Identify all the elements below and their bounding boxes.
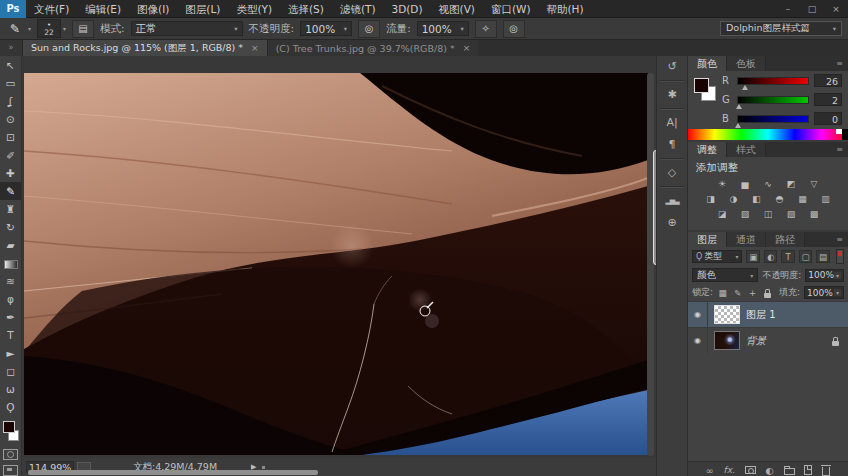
zoom-tool[interactable]: Ϙ xyxy=(0,398,21,416)
toggle-brush-panel-icon[interactable]: ▤ xyxy=(72,20,94,38)
color-spectrum-ramp[interactable] xyxy=(688,129,848,140)
info-panel-icon[interactable]: ⊕ xyxy=(657,212,687,234)
brush-tool[interactable]: ✎ xyxy=(0,182,21,200)
layer-fill-combo[interactable]: 100% ▾ xyxy=(804,286,844,299)
foreground-color-swatch[interactable] xyxy=(694,78,709,93)
close-icon[interactable]: × xyxy=(251,43,259,53)
3d-panel-icon[interactable]: ◇ xyxy=(657,162,687,184)
layer-name[interactable]: 背景 xyxy=(746,334,766,348)
menu-filter[interactable]: 滤镜(T) xyxy=(332,0,384,18)
blue-value[interactable]: 0 xyxy=(814,112,842,125)
menu-edit[interactable]: 编辑(E) xyxy=(77,0,129,18)
type-layer-filter-icon[interactable]: T xyxy=(781,250,794,263)
brush-picker-dropdown-arrow[interactable]: ▾ xyxy=(63,25,66,32)
foreground-color-swatch[interactable] xyxy=(3,421,15,433)
threshold-icon[interactable]: ◫ xyxy=(760,208,777,221)
horizontal-scrollbar-thumb[interactable] xyxy=(28,470,318,475)
vibrance-icon[interactable]: ▽ xyxy=(806,178,823,191)
menu-image[interactable]: 图像(I) xyxy=(129,0,177,18)
new-layer-icon[interactable] xyxy=(804,465,812,475)
workspace-switcher[interactable]: Dolphin图层样式篇 ▾ xyxy=(720,21,842,36)
eraser-tool[interactable]: ▰ xyxy=(0,236,21,254)
exposure-icon[interactable]: ◩ xyxy=(783,178,800,191)
layer-row-background[interactable]: ◉ 背景 xyxy=(688,327,848,353)
black-white-icon[interactable]: ◧ xyxy=(748,193,765,206)
menu-type[interactable]: 类型(Y) xyxy=(228,0,280,18)
healing-brush-tool[interactable]: ✚ xyxy=(0,164,21,182)
eyedropper-tool[interactable]: ✐ xyxy=(0,146,21,164)
menu-select[interactable]: 选择(S) xyxy=(280,0,332,18)
lock-transparency-icon[interactable]: ▦ xyxy=(717,288,728,298)
toolbar-collapse-icon[interactable]: » xyxy=(0,40,23,56)
hue-saturation-icon[interactable]: ◨ xyxy=(702,193,719,206)
pressure-size-icon[interactable]: ◎ xyxy=(503,20,525,38)
tab-adjustments[interactable]: 调整 xyxy=(688,142,727,157)
red-value[interactable]: 26 xyxy=(814,74,842,87)
pressure-opacity-icon[interactable]: ◎ xyxy=(358,20,380,38)
clone-stamp-tool[interactable]: ♜ xyxy=(0,200,21,218)
link-layers-icon[interactable]: ∞ xyxy=(706,465,714,476)
screen-mode-button[interactable] xyxy=(3,465,18,476)
move-tool[interactable]: ↖ xyxy=(0,56,21,74)
new-group-icon[interactable] xyxy=(784,468,795,475)
menu-3d[interactable]: 3D(D) xyxy=(383,0,430,18)
slider-thumb[interactable] xyxy=(742,85,748,90)
visibility-eye-icon[interactable]: ◉ xyxy=(688,302,708,327)
selective-color-icon[interactable]: ▩ xyxy=(806,208,823,221)
visibility-eye-icon[interactable]: ◉ xyxy=(688,328,708,353)
blend-mode-select[interactable]: 正常 ▾ xyxy=(131,21,243,36)
vertical-scrollbar[interactable] xyxy=(647,73,654,456)
flow-select[interactable]: 100% ▾ xyxy=(417,21,469,36)
tab-layers[interactable]: 图层 xyxy=(688,232,727,247)
properties-panel-icon[interactable]: ✱ xyxy=(657,84,687,106)
panel-menu-icon[interactable]: ≡ xyxy=(831,232,848,247)
panel-menu-icon[interactable]: ≡ xyxy=(831,56,848,71)
new-adjustment-layer-icon[interactable]: ◐ xyxy=(765,465,773,476)
document-tab-tree-trunks[interactable]: (C) Tree Trunks.jpg @ 39.7%(RGB/8) * × xyxy=(267,40,479,56)
red-slider[interactable] xyxy=(737,77,809,85)
brightness-contrast-icon[interactable]: ☀ xyxy=(714,178,731,191)
layer-thumbnail[interactable] xyxy=(714,305,740,324)
layer-blend-mode-select[interactable]: 颜色 ▾ xyxy=(692,268,758,282)
histogram-panel-icon[interactable]: ▂▅▃ xyxy=(657,190,687,212)
add-layer-mask-icon[interactable] xyxy=(745,466,756,474)
color-balance-icon[interactable]: ◑ xyxy=(725,193,742,206)
layer-style-fx-icon[interactable]: fx. xyxy=(724,465,735,475)
photo-filter-icon[interactable]: ◓ xyxy=(771,193,788,206)
crop-tool[interactable]: ⊡ xyxy=(0,128,21,146)
levels-icon[interactable]: ▅ xyxy=(737,178,754,191)
brush-tool-preset-icon[interactable]: ✎ xyxy=(4,20,26,38)
history-panel-icon[interactable]: ↺ xyxy=(657,56,687,78)
dodge-tool[interactable]: φ xyxy=(0,290,21,308)
opacity-select[interactable]: 100% ▾ xyxy=(300,21,352,36)
menu-window[interactable]: 窗口(W) xyxy=(483,0,539,18)
spectrum-black-swatch[interactable] xyxy=(842,129,848,140)
channel-mixer-icon[interactable]: ▦ xyxy=(794,193,811,206)
layer-row-layer-1[interactable]: ◉ 图层 1 xyxy=(688,301,848,327)
lock-all-icon[interactable] xyxy=(762,288,773,298)
brush-preset-picker[interactable]: • 22 xyxy=(37,19,61,38)
layer-opacity-combo[interactable]: 100% ▾ xyxy=(805,269,844,282)
close-icon[interactable]: × xyxy=(463,43,471,53)
history-brush-tool[interactable]: ↻ xyxy=(0,218,21,236)
path-selection-tool[interactable]: ► xyxy=(0,344,21,362)
delete-layer-icon[interactable] xyxy=(822,467,830,476)
posterize-icon[interactable]: ▨ xyxy=(737,208,754,221)
tab-color[interactable]: 颜色 xyxy=(688,56,727,71)
paragraph-panel-icon[interactable]: ¶ xyxy=(657,134,687,156)
minimize-button[interactable]: – xyxy=(776,0,800,18)
pixel-layer-filter-icon[interactable]: ▣ xyxy=(746,250,759,263)
adjustment-layer-filter-icon[interactable]: ◐ xyxy=(764,250,777,263)
color-lookup-icon[interactable]: ▥ xyxy=(817,193,834,206)
tab-paths[interactable]: 路径 xyxy=(766,232,805,247)
type-tool[interactable]: T xyxy=(0,326,21,344)
character-panel-icon[interactable]: A| xyxy=(657,112,687,134)
lock-position-icon[interactable]: + xyxy=(747,288,758,298)
layer-name[interactable]: 图层 1 xyxy=(746,308,776,322)
slider-thumb[interactable] xyxy=(735,123,741,128)
slider-thumb[interactable] xyxy=(736,104,742,109)
shape-layer-filter-icon[interactable]: ▢ xyxy=(799,250,812,263)
green-value[interactable]: 2 xyxy=(814,93,842,106)
menu-help[interactable]: 帮助(H) xyxy=(539,0,592,18)
quick-mask-button[interactable] xyxy=(3,449,18,460)
